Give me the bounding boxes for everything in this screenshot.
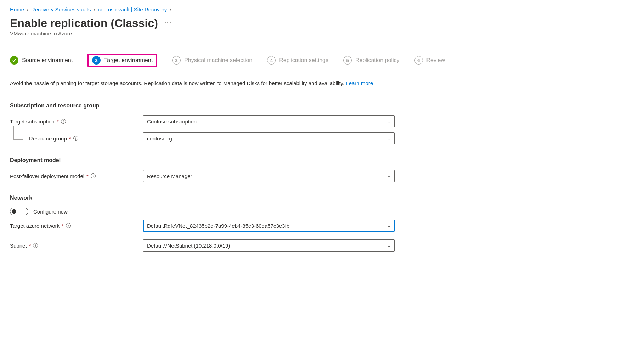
section-title-subscription: Subscription and resource group xyxy=(10,103,634,109)
step-review[interactable]: 6 Review xyxy=(414,56,445,65)
select-deployment-model[interactable]: Resource Manager ⌄ xyxy=(143,170,395,182)
breadcrumb: Home › Recovery Services vaults › contos… xyxy=(10,6,634,12)
select-value: contoso-rg xyxy=(147,136,172,142)
step-number-icon: 2 xyxy=(92,56,101,65)
required-asterisk: * xyxy=(57,118,59,125)
step-replication-settings[interactable]: 4 Replication settings xyxy=(267,56,328,65)
step-replication-policy[interactable]: 5 Replication policy xyxy=(343,56,400,65)
learn-more-link[interactable]: Learn more xyxy=(346,80,373,86)
chevron-down-icon: ⌄ xyxy=(387,136,391,141)
label-post-failover-deployment: Post-failover deployment model * i xyxy=(10,173,137,179)
step-physical-machine-selection[interactable]: 3 Physical machine selection xyxy=(172,56,252,65)
required-asterisk: * xyxy=(29,243,31,249)
more-actions-icon[interactable]: ··· xyxy=(164,20,172,27)
step-number-icon: 5 xyxy=(343,56,352,65)
select-resource-group[interactable]: contoso-rg ⌄ xyxy=(143,132,395,144)
step-target-environment[interactable]: 2 Target environment xyxy=(87,54,157,67)
select-value: Contoso subscription xyxy=(147,118,197,125)
step-number-icon: 6 xyxy=(414,56,423,65)
step-label: Target environment xyxy=(104,57,153,63)
toggle-knob xyxy=(12,209,16,214)
label-subnet: Subnet * i xyxy=(10,243,137,249)
required-asterisk: * xyxy=(86,173,89,179)
tree-connector-icon xyxy=(13,126,23,140)
breadcrumb-vault[interactable]: contoso-vault | Site Recovery xyxy=(98,6,167,12)
label-target-azure-network: Target azure network * i xyxy=(10,223,137,229)
required-asterisk: * xyxy=(62,223,64,229)
select-value: DefaultVNetSubnet (10.218.0.0/19) xyxy=(147,243,230,249)
description-text: Avoid the hassle of planning for target … xyxy=(10,79,392,88)
chevron-down-icon: ⌄ xyxy=(387,243,391,248)
step-label: Physical machine selection xyxy=(184,57,252,63)
select-subnet[interactable]: DefaultVNetSubnet (10.218.0.0/19) ⌄ xyxy=(143,239,395,252)
section-title-deployment: Deployment model xyxy=(10,157,634,164)
select-target-subscription[interactable]: Contoso subscription ⌄ xyxy=(143,115,395,127)
toggle-label: Configure now xyxy=(33,209,68,215)
section-title-network: Network xyxy=(10,195,634,201)
select-target-azure-network[interactable]: DefaultRdfeVNet_82435b2d-7a99-4eb4-85c3-… xyxy=(143,220,395,232)
chevron-down-icon: ⌄ xyxy=(387,173,391,178)
info-icon[interactable]: i xyxy=(66,223,71,228)
info-icon[interactable]: i xyxy=(61,119,66,124)
chevron-right-icon: › xyxy=(27,7,28,12)
info-icon[interactable]: i xyxy=(73,136,78,141)
breadcrumb-rsv[interactable]: Recovery Services vaults xyxy=(31,6,91,12)
breadcrumb-home[interactable]: Home xyxy=(10,6,24,12)
step-number-icon: 4 xyxy=(267,56,276,65)
chevron-down-icon: ⌄ xyxy=(387,119,391,124)
chevron-right-icon: › xyxy=(94,7,95,12)
step-source-environment[interactable]: Source environment xyxy=(10,56,73,65)
step-label: Replication policy xyxy=(355,57,400,63)
chevron-right-icon: › xyxy=(170,7,171,12)
info-icon[interactable]: i xyxy=(91,173,96,178)
label-resource-group: Resource group * i xyxy=(10,136,137,142)
select-value: Resource Manager xyxy=(147,173,192,179)
checkmark-icon xyxy=(10,56,18,65)
page-subtitle: VMware machine to Azure xyxy=(10,31,634,37)
step-number-icon: 3 xyxy=(172,56,181,65)
step-label: Review xyxy=(426,57,445,63)
toggle-configure-now[interactable] xyxy=(10,208,28,215)
select-value: DefaultRdfeVNet_82435b2d-7a99-4eb4-85c3-… xyxy=(147,223,289,229)
label-target-subscription: Target subscription * i xyxy=(10,118,137,125)
chevron-down-icon: ⌄ xyxy=(387,223,391,228)
page-title: Enable replication (Classic) ··· xyxy=(10,17,634,30)
wizard-steps: Source environment 2 Target environment … xyxy=(10,54,634,67)
step-label: Source environment xyxy=(22,57,73,63)
info-icon[interactable]: i xyxy=(33,243,38,248)
required-asterisk: * xyxy=(69,136,71,142)
step-label: Replication settings xyxy=(279,57,328,63)
